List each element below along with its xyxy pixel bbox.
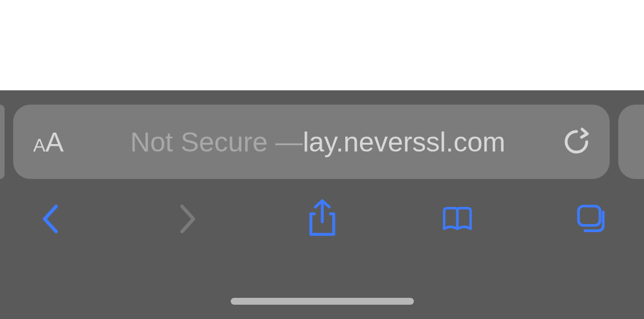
bookmarks-button[interactable] [440, 202, 475, 236]
reload-icon [563, 127, 590, 157]
tabs-button[interactable] [575, 202, 610, 236]
address-bar[interactable]: AA Not Secure — lay.neverssl.com [13, 105, 610, 179]
bookmarks-icon [440, 203, 475, 235]
back-icon [40, 202, 63, 236]
forward-icon [175, 202, 198, 236]
text-size-icon: A [33, 135, 45, 156]
address-bar-row: AA Not Secure — lay.neverssl.com [0, 90, 644, 193]
security-status: Not Secure — [131, 126, 303, 158]
share-button[interactable] [305, 202, 339, 236]
reload-button[interactable] [563, 127, 590, 157]
home-indicator[interactable] [231, 298, 414, 305]
text-size-button[interactable]: AA [33, 126, 64, 158]
prev-tab-edge[interactable] [0, 105, 5, 179]
back-button[interactable] [34, 202, 69, 236]
browser-chrome: AA Not Secure — lay.neverssl.com [0, 90, 644, 319]
page-content [0, 0, 644, 90]
next-tab-edge[interactable] [618, 105, 644, 179]
text-size-icon: A [45, 126, 64, 158]
svg-rect-0 [579, 206, 600, 226]
share-icon [305, 199, 339, 239]
toolbar [0, 193, 644, 236]
url-display[interactable]: Not Secure — lay.neverssl.com [89, 126, 546, 158]
tabs-icon [575, 202, 610, 236]
forward-button [169, 202, 204, 236]
domain-text: lay.neverssl.com [303, 126, 505, 158]
